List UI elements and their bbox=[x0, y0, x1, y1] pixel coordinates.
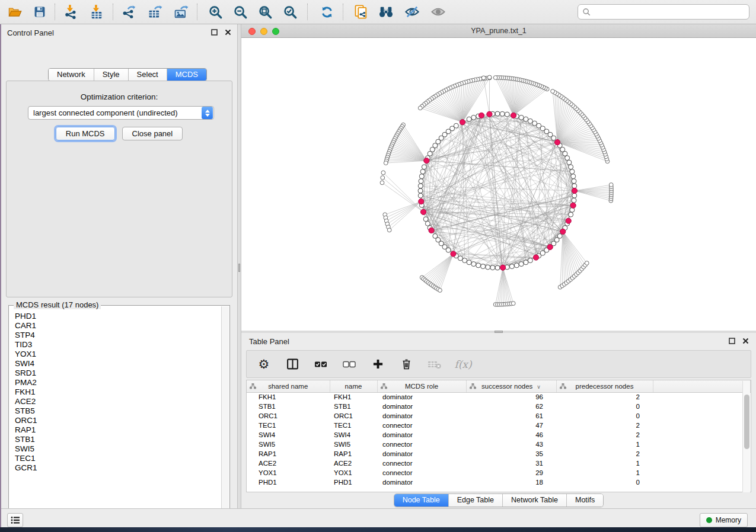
graph-hub-node[interactable] bbox=[460, 120, 465, 125]
mcds-result-item[interactable]: SWI5 bbox=[15, 444, 221, 454]
graph-node[interactable] bbox=[514, 263, 519, 268]
tab-style[interactable]: Style bbox=[94, 69, 129, 81]
refresh-icon[interactable] bbox=[317, 3, 337, 21]
float-panel-icon[interactable] bbox=[211, 29, 218, 36]
mcds-result-item[interactable]: SWI4 bbox=[15, 359, 221, 368]
table-row[interactable]: SWI5SWI5connector431 bbox=[247, 440, 751, 449]
graph-hub-node[interactable] bbox=[554, 140, 560, 145]
mcds-result-item[interactable]: ACE2 bbox=[15, 397, 221, 406]
graph-node[interactable] bbox=[419, 179, 423, 184]
tab-edge-table[interactable]: Edge Table bbox=[449, 494, 503, 507]
graph-hub-node[interactable] bbox=[533, 255, 538, 260]
graph-leaf-node[interactable] bbox=[418, 106, 422, 110]
graph-node[interactable] bbox=[567, 160, 572, 165]
mcds-result-list[interactable]: PHD1CAR1STP4TID3YOX1SWI4SRD1PMA2FKH1ACE2… bbox=[9, 307, 221, 518]
graph-hub-node[interactable] bbox=[500, 265, 505, 270]
tab-network[interactable]: Network bbox=[49, 69, 94, 81]
import-network-icon[interactable] bbox=[60, 3, 81, 21]
graph-node[interactable] bbox=[524, 260, 528, 265]
settings-gear-icon[interactable]: ⚙ bbox=[256, 357, 272, 372]
graph-hub-node[interactable] bbox=[572, 188, 577, 193]
graph-node[interactable] bbox=[419, 174, 424, 179]
graph-leaf-node[interactable] bbox=[381, 176, 385, 180]
float-panel-icon[interactable] bbox=[729, 338, 735, 344]
table-row[interactable]: TEC1TEC1connector472 bbox=[247, 421, 751, 430]
export-image-icon[interactable] bbox=[171, 3, 191, 21]
graph-node[interactable] bbox=[495, 111, 500, 116]
zoom-in-icon[interactable] bbox=[205, 3, 225, 21]
graph-leaf-node[interactable] bbox=[511, 302, 515, 306]
graph-hub-node[interactable] bbox=[420, 209, 426, 214]
table-row[interactable]: YOX1YOX1connector291 bbox=[247, 468, 751, 477]
clone-network-icon[interactable] bbox=[351, 3, 371, 21]
network-graph[interactable] bbox=[241, 38, 756, 331]
tab-network-table[interactable]: Network Table bbox=[503, 494, 567, 507]
network-search-box[interactable] bbox=[578, 4, 749, 20]
tab-mcds[interactable]: MCDS bbox=[167, 69, 206, 81]
column-header-shared-name[interactable]: shared name bbox=[247, 380, 330, 392]
zoom-selected-icon[interactable] bbox=[280, 3, 300, 21]
mcds-result-item[interactable]: ORC1 bbox=[15, 416, 221, 425]
graph-node[interactable] bbox=[490, 265, 495, 270]
tab-node-table[interactable]: Node Table bbox=[394, 494, 449, 507]
graph-node[interactable] bbox=[446, 248, 451, 252]
graph-hub-node[interactable] bbox=[479, 113, 484, 118]
run-mcds-button[interactable]: Run MCDS bbox=[56, 127, 115, 140]
table-row[interactable]: PHD1PHD1dominator180 bbox=[247, 477, 751, 487]
graph-hub-node[interactable] bbox=[566, 218, 571, 223]
import-table-icon[interactable] bbox=[87, 3, 107, 21]
graph-leaf-node[interactable] bbox=[387, 228, 391, 232]
graph-node[interactable] bbox=[418, 184, 423, 188]
column-header-predecessor-nodes[interactable]: predecessor nodes bbox=[556, 380, 653, 392]
graph-node[interactable] bbox=[495, 265, 500, 270]
graph-leaf-node[interactable] bbox=[481, 76, 486, 80]
graph-leaf-node[interactable] bbox=[384, 161, 388, 165]
zoom-fit-icon[interactable] bbox=[255, 3, 275, 21]
graph-node[interactable] bbox=[509, 264, 514, 269]
search-input[interactable] bbox=[591, 6, 749, 18]
graph-node[interactable] bbox=[524, 117, 528, 121]
graph-node[interactable] bbox=[471, 262, 476, 267]
graph-node[interactable] bbox=[557, 233, 562, 238]
mcds-result-item[interactable]: GCR1 bbox=[15, 463, 221, 473]
mcds-result-item[interactable]: STB5 bbox=[15, 406, 221, 416]
graph-node[interactable] bbox=[532, 121, 537, 126]
find-binoculars-icon[interactable] bbox=[376, 3, 396, 21]
show-columns-icon[interactable] bbox=[285, 357, 300, 372]
graph-node[interactable] bbox=[486, 265, 490, 270]
mcds-result-item[interactable]: TID3 bbox=[15, 340, 221, 350]
mcds-result-item[interactable]: STP4 bbox=[15, 331, 221, 340]
graph-node[interactable] bbox=[467, 260, 471, 265]
graph-node[interactable] bbox=[462, 258, 467, 263]
delete-rows-trash-icon[interactable] bbox=[398, 357, 414, 372]
graph-hub-node[interactable] bbox=[487, 111, 492, 117]
mcds-list-scrollbar[interactable] bbox=[221, 306, 229, 518]
mcds-result-item[interactable]: RAP1 bbox=[15, 425, 221, 435]
graph-leaf-node[interactable] bbox=[493, 76, 497, 80]
node-table-grid[interactable]: shared namenameMCDS rolesuccessor nodes∨… bbox=[247, 380, 751, 487]
mcds-result-item[interactable]: STB1 bbox=[15, 435, 221, 444]
optimization-criterion-dropdown[interactable]: largest connected component (undirected) bbox=[28, 106, 214, 120]
table-row[interactable]: SWI4SWI4dominator462 bbox=[247, 430, 751, 440]
graph-node[interactable] bbox=[519, 262, 524, 267]
table-row[interactable]: ORC1ORC1dominator610 bbox=[247, 411, 751, 421]
graph-node[interactable] bbox=[570, 169, 575, 174]
mcds-result-item[interactable]: YOX1 bbox=[15, 350, 221, 359]
graph-hub-node[interactable] bbox=[511, 113, 516, 118]
network-window-titlebar[interactable]: YPA_prune.txt_1 bbox=[241, 24, 756, 38]
graph-leaf-node[interactable] bbox=[551, 89, 555, 94]
graph-node[interactable] bbox=[569, 165, 573, 169]
open-file-icon[interactable] bbox=[5, 3, 25, 21]
graph-leaf-node[interactable] bbox=[609, 183, 613, 187]
deselect-all-icon[interactable] bbox=[342, 357, 357, 372]
network-view-canvas[interactable] bbox=[241, 38, 756, 331]
mcds-result-item[interactable]: PHD1 bbox=[15, 312, 221, 321]
graph-node[interactable] bbox=[505, 112, 509, 117]
tab-motifs[interactable]: Motifs bbox=[567, 494, 603, 507]
save-session-icon[interactable] bbox=[30, 3, 50, 21]
graph-node[interactable] bbox=[423, 217, 428, 222]
graph-node[interactable] bbox=[572, 193, 577, 198]
table-row[interactable]: ACE2ACE2connector311 bbox=[247, 459, 751, 468]
table-row[interactable]: STB1STB1dominator620 bbox=[247, 402, 751, 411]
table-row[interactable]: RAP1RAP1dominator352 bbox=[247, 449, 751, 459]
